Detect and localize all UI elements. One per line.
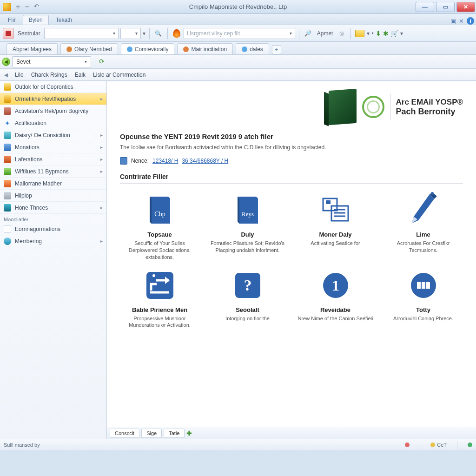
search-icon[interactable]: 🔎 — [303, 28, 313, 39]
close-button[interactable]: ✕ — [456, 2, 475, 12]
tile-totty[interactable]: Totty Arroduuihl Coning Phrece. — [383, 269, 463, 329]
reference-link-2[interactable]: 36 34/686868Y / H — [182, 158, 228, 164]
folder-chevron-icon[interactable]: ▾ — [367, 30, 370, 37]
menu-strip: ◄ Lile Charck Rsings Ealk Lisle ar Comrm… — [0, 69, 476, 81]
tile-seoolalt[interactable]: ? Seoolalt Intorging on flor the — [208, 269, 287, 329]
tile-name: Bable Pirience Men — [122, 306, 198, 313]
sidebar-item-4[interactable]: Daisry/ Oe Consicition ▸ — [0, 129, 106, 141]
sevet-combo[interactable]: Sevet ▾ — [12, 56, 91, 67]
refresh-icon[interactable]: ⟳ — [99, 58, 107, 66]
sidebar-item-1[interactable]: Ormetikhe Revtffiepatios ▸ — [0, 93, 106, 105]
toolbar-chevron-icon[interactable]: ▾ — [143, 30, 145, 37]
filter-combo-1[interactable]: ▾ — [44, 28, 119, 39]
menu-item-lile[interactable]: Lile — [12, 72, 26, 78]
separator — [457, 441, 457, 449]
qa-undo-icon[interactable]: ↶ — [34, 3, 39, 11]
maximize-button[interactable]: ▭ — [436, 2, 455, 12]
ribbon-tab-bylen[interactable]: Bylen — [23, 15, 49, 25]
app-orb-icon[interactable] — [3, 3, 11, 11]
teal-icon — [4, 132, 11, 139]
status-net[interactable] — [468, 443, 472, 447]
apmet-label: Apmet — [317, 30, 333, 37]
doc-tab-3[interactable]: Mair incitiation — [177, 43, 233, 54]
sidebar: Outlok for ol Coprontics Ormetikhe Revtf… — [0, 81, 107, 439]
brand-block: Arc EMAil YOSP® Pach Berronity — [120, 90, 463, 124]
red-filter-button[interactable] — [3, 28, 14, 39]
sidebar-item-0[interactable]: Outlok for ol Coprontics — [0, 81, 106, 93]
tile-moner-daly[interactable]: Moner Daly Acttivating Seatice for — [296, 194, 375, 261]
ribbon-tab-tekath[interactable]: Tekath — [50, 15, 78, 25]
doc-tab-0[interactable]: Abpret Magiees — [7, 43, 58, 54]
sidebar-item-6[interactable]: Laferations ▸ — [0, 153, 106, 165]
search-combo[interactable]: Llsrgmert.vilsy cep fiit ▾ — [184, 28, 295, 39]
svg-text:1: 1 — [332, 277, 339, 294]
sidebar-item-label: Merrbering — [15, 238, 42, 245]
sidebar-item-label: Actifliouation — [15, 120, 46, 126]
bottom-tab-0[interactable]: Conscclt — [110, 429, 139, 438]
doc-tab-label: Abpret Magiees — [13, 46, 52, 53]
ribbon-x-icon[interactable]: ✕ — [459, 18, 464, 25]
reference-link-1[interactable]: 123418/ H — [152, 158, 178, 164]
status-left-text: Sulll mansed by — [4, 442, 40, 448]
ribbon-tab-flir[interactable]: Flir — [2, 15, 22, 25]
page-headline: Opcunse the YENT 2019 Revit 2019 9 atch … — [120, 132, 463, 140]
filter-combo-2[interactable]: ▾ — [120, 28, 141, 39]
star-icon[interactable]: ✱ — [383, 30, 389, 37]
sidebar-item-9[interactable]: Hilpiop — [0, 190, 106, 202]
doc-tab-4[interactable]: dales — [236, 43, 269, 54]
doc-tab-label: Comteviorally — [135, 46, 169, 53]
menu-item-ealk[interactable]: Ealk — [72, 72, 88, 78]
toolbar-more-icon[interactable]: ▾ — [400, 30, 403, 37]
tile-desc: Arroduuihl Coning Phrece. — [385, 315, 461, 322]
qa-minus-icon[interactable]: − — [25, 3, 29, 11]
tile-topsaue[interactable]: Cbp Topsaue Secuffic of Your Suilss Derp… — [120, 194, 199, 261]
tile-desc: Acroruates For Cresflkr Tecmusions. — [385, 240, 461, 254]
status-flag[interactable] — [405, 443, 410, 447]
back-icon[interactable]: ◄ — [3, 71, 10, 79]
sidebar-item-3[interactable]: ✦ Actifliouation — [0, 117, 106, 129]
bottom-tab-1[interactable]: Sige — [141, 429, 162, 438]
toolbar-dot-icon[interactable]: • — [371, 30, 373, 37]
new-doc-tab-button[interactable]: + — [272, 45, 281, 54]
ribbon-collapse-icon[interactable]: ▣ — [450, 18, 456, 25]
document-tabs: Abpret Magiees Olary Nernibed Comteviora… — [0, 42, 476, 55]
sidebar-item-7[interactable]: Wiftilues 11 Bypmons ▸ — [0, 165, 106, 178]
minimize-button[interactable]: — — [416, 2, 434, 12]
sidebar-item-10[interactable]: Hone Thnces ▸ — [0, 202, 106, 214]
sidebar-item-2[interactable]: Activlaton's Rek/pom Bogrvity — [0, 105, 106, 117]
menu-item-charck[interactable]: Charck Rsings — [28, 72, 70, 78]
flame-icon[interactable] — [172, 28, 182, 39]
svg-text:Reys: Reys — [242, 211, 254, 218]
sidebar-item-8[interactable]: Mallorrane Madher — [0, 178, 106, 190]
help-icon[interactable]: i — [467, 17, 474, 25]
sidebar-item-s2-0[interactable]: Eornnagormations — [0, 223, 106, 235]
sidebar-item-label: Hilpiop — [15, 192, 32, 199]
cart-icon[interactable]: 🛒 — [390, 30, 398, 37]
sidebar-item-s2-1[interactable]: Merrbering ▸ — [0, 235, 106, 247]
doc-tab-2[interactable]: Comteviorally — [121, 43, 175, 54]
tile-bable-pirience[interactable]: Bable Pirience Men Proopsersive Mushloor… — [120, 269, 199, 329]
download-icon[interactable]: ⬇ — [376, 30, 381, 37]
svg-text:Cbp: Cbp — [154, 211, 165, 218]
red-icon — [4, 156, 11, 163]
bottom-tab-add-icon[interactable]: ✚ — [186, 430, 194, 437]
refresh-left-icon[interactable]: ◀ — [2, 58, 10, 66]
tile-lime[interactable]: Lime Acroruates For Cresflkr Tecmusions. — [383, 194, 463, 261]
zoom-in-icon[interactable]: 🔍 — [153, 28, 164, 39]
target-icon[interactable]: ◎ — [337, 28, 347, 39]
chevron-right-icon: ▸ — [100, 238, 103, 244]
folder-button[interactable] — [355, 28, 365, 39]
tile-reveidabe[interactable]: 1 Reveidabe Nrew Nime of the Canion Seéf… — [296, 269, 375, 329]
tile-duly[interactable]: Reys Duly Fornutiec Pllasture Sot; Revid… — [208, 194, 287, 261]
tile-name: Totty — [385, 306, 461, 313]
sidebar-item-5[interactable]: Monatiors ▸ — [0, 141, 106, 153]
nav-row: ◀ Sevet ▾ ⟳ — [0, 55, 476, 69]
status-cell-cet[interactable]: CeT — [430, 442, 447, 448]
bottom-tab-2[interactable]: Tatle — [164, 429, 185, 438]
chevron-down-icon: ▾ — [290, 31, 292, 36]
doc-tab-1[interactable]: Olary Nernibed — [60, 43, 118, 54]
tile-desc: Nrew Nime of the Canion Seéfieli — [298, 315, 373, 322]
sidebar-section-label: Maocliatler — [0, 214, 106, 223]
qa-plus-icon[interactable]: + — [16, 3, 20, 11]
menu-item-lisle[interactable]: Lisle ar Comrmection — [90, 72, 148, 78]
